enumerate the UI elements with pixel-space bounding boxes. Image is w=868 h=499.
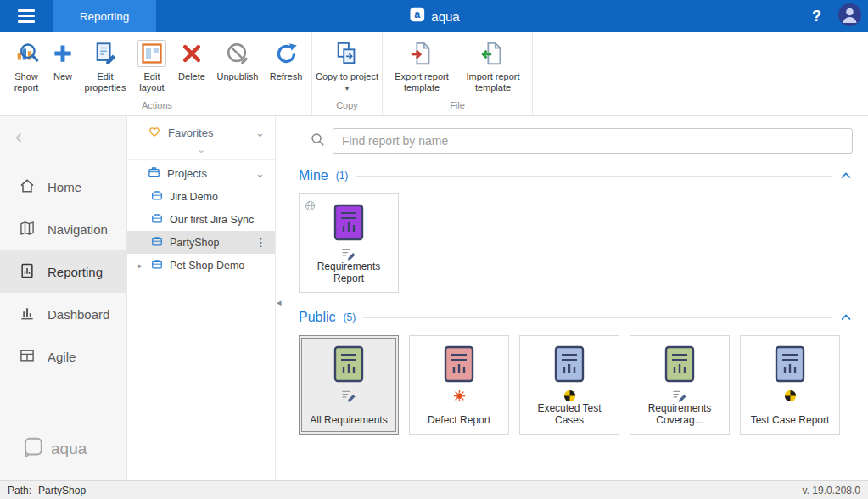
search-bar bbox=[311, 128, 853, 154]
unpublish-button[interactable]: Unpublish bbox=[211, 34, 264, 82]
sidebar-item-label: Agile bbox=[48, 350, 76, 364]
favorites-header[interactable]: Favorites ⌄ bbox=[127, 121, 275, 144]
ribbon-toolbar: Show report New bbox=[0, 32, 868, 116]
refresh-button[interactable]: Refresh bbox=[264, 34, 308, 82]
ribbon-group-label-file: File bbox=[386, 98, 529, 114]
tree-divider bbox=[127, 159, 275, 160]
sidebar-item-label: Home bbox=[48, 180, 81, 194]
project-icon bbox=[151, 258, 163, 272]
aqua-footer-logo: aqua bbox=[22, 436, 87, 462]
tree-item-jira-demo[interactable]: Jira Demo bbox=[127, 185, 275, 208]
report-document-icon bbox=[554, 345, 585, 386]
aqua-logo-icon bbox=[22, 436, 43, 462]
ribbon-group-label-actions: Actions bbox=[6, 98, 308, 114]
report-card-label: Requirements Report bbox=[300, 261, 398, 284]
report-card-executed-test-cases[interactable]: Executed Test Cases bbox=[519, 335, 619, 435]
tab-label: Reporting bbox=[80, 10, 130, 23]
delete-icon bbox=[180, 40, 204, 67]
report-document-icon bbox=[775, 345, 805, 386]
home-icon bbox=[19, 177, 36, 197]
sidebar-item-agile[interactable]: Agile bbox=[0, 335, 126, 378]
favorites-label: Favorites bbox=[168, 126, 213, 139]
sidebar-item-reporting[interactable]: Reporting bbox=[0, 250, 126, 293]
reports-panel: ◂ Mine (1) bbox=[276, 116, 868, 480]
report-document-icon bbox=[333, 345, 364, 386]
tree-item-partyshop[interactable]: PartyShop ⋮ bbox=[127, 231, 275, 254]
edit-properties-button[interactable]: Edit properties bbox=[79, 34, 132, 93]
search-input[interactable] bbox=[333, 128, 853, 154]
edit-layout-button[interactable]: Edit layout bbox=[132, 34, 172, 93]
new-button[interactable]: New bbox=[47, 34, 79, 82]
mine-cards: Requirements Report bbox=[299, 193, 854, 293]
tree-item-our-first-jira-sync[interactable]: Our first Jira Sync bbox=[127, 208, 275, 231]
section-title: Mine bbox=[299, 168, 328, 183]
report-card-test-case-report[interactable]: Test Case Report bbox=[740, 335, 840, 435]
heart-icon bbox=[148, 126, 161, 140]
report-document-icon bbox=[444, 345, 474, 386]
ribbon-group-file: Export report template Import report tem… bbox=[382, 32, 533, 115]
expand-arrow-icon[interactable]: ▸ bbox=[138, 261, 143, 270]
sidebar-back-button[interactable]: ‹ bbox=[15, 126, 22, 147]
app-name: aqua bbox=[431, 9, 459, 24]
section-divider bbox=[356, 176, 832, 177]
report-card-label: Requirements Coverag... bbox=[630, 402, 729, 426]
import-report-template-button[interactable]: Import report template bbox=[457, 34, 529, 93]
main-sidebar: ‹ Home Navigation bbox=[0, 116, 127, 480]
section-count: (1) bbox=[336, 170, 349, 182]
panel-collapse-handle[interactable]: ◂ bbox=[277, 297, 282, 308]
aqua-logo-text: aqua bbox=[51, 440, 87, 458]
content-area: ‹ Home Navigation bbox=[0, 116, 868, 480]
projects-header[interactable]: Projects ⌄ bbox=[127, 161, 275, 185]
collapse-section-button[interactable] bbox=[839, 312, 853, 322]
sidebar-item-home[interactable]: Home bbox=[0, 165, 126, 208]
sidebar-item-label: Reporting bbox=[48, 265, 103, 279]
user-avatar[interactable] bbox=[838, 3, 861, 30]
edit-badge-icon bbox=[340, 247, 357, 261]
edit-properties-icon bbox=[92, 40, 118, 67]
dashboard-icon bbox=[19, 305, 36, 324]
show-report-button[interactable]: Show report bbox=[6, 34, 47, 93]
topbar-right: ? bbox=[812, 3, 868, 30]
projects-icon bbox=[148, 165, 160, 181]
navigation-icon bbox=[19, 220, 36, 239]
report-document-icon bbox=[333, 204, 364, 244]
export-template-icon bbox=[409, 40, 434, 67]
report-document-icon bbox=[664, 345, 695, 386]
report-card-requirements-report[interactable]: Requirements Report bbox=[299, 193, 399, 293]
delete-button[interactable]: Delete bbox=[172, 34, 211, 82]
project-icon bbox=[151, 189, 163, 204]
unpublish-icon bbox=[225, 40, 250, 67]
tab-reporting[interactable]: Reporting bbox=[53, 0, 156, 32]
dropdown-caret-icon: ▾ bbox=[345, 84, 350, 93]
report-card-label: All Requirements bbox=[305, 414, 391, 426]
report-card-requirements-coverage[interactable]: Requirements Coverag... bbox=[630, 335, 730, 435]
tree-item-label: Jira Demo bbox=[170, 191, 218, 203]
refresh-icon bbox=[274, 40, 299, 67]
new-icon bbox=[51, 40, 75, 67]
tree-item-label: Pet Shop Demo bbox=[170, 260, 244, 272]
sidebar-item-label: Dashboard bbox=[48, 307, 109, 322]
edit-badge-icon bbox=[671, 389, 688, 402]
agile-icon bbox=[19, 347, 36, 367]
export-report-template-button[interactable]: Export report template bbox=[386, 34, 457, 93]
tree-item-pet-shop-demo[interactable]: ▸ Pet Shop Demo bbox=[127, 254, 275, 277]
app-brand: a aqua bbox=[408, 6, 459, 26]
show-report-icon bbox=[14, 40, 39, 67]
tree-item-label: Our first Jira Sync bbox=[170, 214, 254, 226]
copy-to-project-button[interactable]: Copy to project ▾ bbox=[316, 34, 378, 94]
report-card-all-requirements[interactable]: All Requirements bbox=[299, 335, 399, 435]
sidebar-item-navigation[interactable]: Navigation bbox=[0, 208, 126, 250]
sidebar-item-dashboard[interactable]: Dashboard bbox=[0, 293, 126, 335]
report-card-defect-report[interactable]: Defect Report bbox=[409, 335, 509, 435]
hamburger-menu-button[interactable] bbox=[0, 0, 53, 32]
ribbon-group-label-copy: Copy bbox=[316, 98, 378, 114]
section-header-public: Public (5) bbox=[299, 310, 853, 325]
hamburger-icon bbox=[18, 9, 35, 23]
top-bar: Reporting a aqua ? bbox=[0, 0, 868, 32]
import-template-icon bbox=[480, 40, 506, 67]
favorites-expander[interactable]: ⌄ bbox=[127, 144, 275, 157]
help-button[interactable]: ? bbox=[812, 8, 821, 25]
collapse-section-button[interactable] bbox=[839, 171, 853, 181]
item-menu-button[interactable]: ⋮ bbox=[255, 236, 266, 249]
report-card-label: Defect Report bbox=[423, 414, 495, 426]
